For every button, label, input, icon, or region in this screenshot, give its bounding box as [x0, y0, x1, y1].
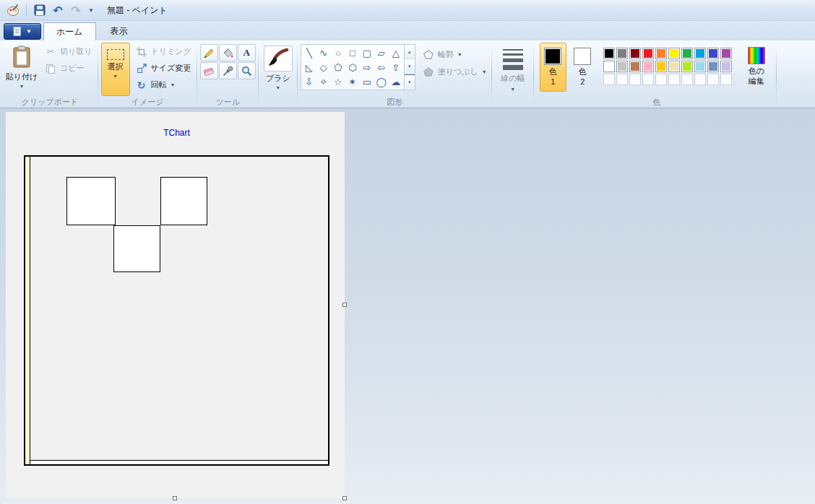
- canvas-resize-handle-right[interactable]: [342, 303, 347, 307]
- outline-button[interactable]: 輪郭 ▼: [421, 47, 489, 61]
- save-button[interactable]: [33, 3, 47, 17]
- shapes-grid: ╲∿○□▢▱△◺◇⬠⬡⇨⇦⇧⇩✧☆✶▭◯☁: [301, 44, 405, 90]
- palette-swatch[interactable]: [707, 48, 719, 59]
- shape-ellipse[interactable]: ○: [331, 45, 345, 60]
- pencil-tool-button[interactable]: [200, 44, 218, 61]
- shape-callout-oval[interactable]: ◯: [374, 74, 389, 89]
- shapes-more-button[interactable]: ▼: [405, 74, 415, 90]
- palette-swatch[interactable]: [694, 61, 706, 72]
- shape-arrow-left[interactable]: ⇦: [374, 60, 389, 74]
- group-label-clipboard: クリップボード: [4, 96, 95, 108]
- palette-swatch[interactable]: [668, 48, 680, 59]
- edit-colors-button[interactable]: 色の 編集: [739, 43, 774, 93]
- text-tool-icon: A: [243, 47, 250, 58]
- shape-arrow-up[interactable]: ⇧: [389, 60, 403, 74]
- eraser-tool-button[interactable]: [200, 62, 218, 79]
- tab-view[interactable]: 表示: [98, 22, 140, 40]
- palette-swatch[interactable]: [668, 61, 680, 72]
- rotate-button[interactable]: ↻ 回転 ▼: [133, 77, 194, 93]
- palette-swatch[interactable]: [616, 48, 628, 59]
- shape-polygon[interactable]: ▱: [374, 45, 389, 60]
- palette-swatch[interactable]: [616, 61, 628, 72]
- palette-swatch-empty[interactable]: [603, 74, 615, 85]
- palette-swatch[interactable]: [603, 61, 615, 72]
- line-width-button[interactable]: 線の幅 ▼: [495, 43, 531, 96]
- color2-button[interactable]: 色 2: [569, 43, 596, 92]
- palette-swatch[interactable]: [720, 48, 732, 59]
- palette-swatch-empty[interactable]: [629, 74, 641, 85]
- undo-button[interactable]: ↶: [51, 3, 65, 17]
- palette-swatch[interactable]: [655, 48, 667, 59]
- palette-swatch-empty[interactable]: [707, 74, 719, 85]
- canvas-resize-handle-corner[interactable]: [342, 496, 347, 500]
- palette-swatch-empty[interactable]: [720, 74, 732, 85]
- tab-home[interactable]: ホーム: [43, 22, 96, 40]
- palette-swatch[interactable]: [629, 61, 641, 72]
- redo-button[interactable]: ↷: [69, 3, 83, 17]
- text-tool-button[interactable]: A: [238, 44, 256, 61]
- ribbon-tabs: ▼ ホーム 表示: [0, 21, 815, 40]
- palette-swatch-empty[interactable]: [642, 74, 654, 85]
- palette-swatch[interactable]: [629, 48, 641, 59]
- shapes-scroll-down-button[interactable]: ▼: [405, 59, 415, 74]
- resize-icon: [136, 63, 147, 74]
- palette-swatch-empty[interactable]: [655, 74, 667, 85]
- palette-swatch-empty[interactable]: [681, 74, 693, 85]
- shape-star-5[interactable]: ☆: [331, 74, 345, 89]
- shape-line[interactable]: ╲: [302, 45, 316, 60]
- shape-rectangle[interactable]: □: [345, 45, 360, 60]
- shape-arrow-down[interactable]: ⇩: [302, 74, 316, 89]
- fill-tool-button[interactable]: [219, 44, 237, 61]
- palette-swatch[interactable]: [603, 48, 615, 59]
- eyedropper-icon: [223, 66, 233, 77]
- file-menu-dropdown-icon: ▼: [26, 28, 32, 35]
- palette-swatch[interactable]: [655, 61, 667, 72]
- group-clipboard: 貼り付け ▼ ✂ 切り取り: [1, 42, 98, 108]
- canvas[interactable]: TChart: [6, 112, 345, 498]
- cut-button[interactable]: ✂ 切り取り: [42, 43, 95, 60]
- app-icon[interactable]: [6, 3, 20, 17]
- rotate-dropdown-icon: ▼: [171, 82, 176, 87]
- shape-curve[interactable]: ∿: [316, 45, 331, 60]
- shape-hexagon[interactable]: ⬡: [345, 60, 360, 74]
- crop-button[interactable]: トリミング: [133, 43, 194, 60]
- resize-button[interactable]: サイズ変更: [133, 60, 194, 77]
- shape-star-6[interactable]: ✶: [345, 74, 360, 89]
- select-button[interactable]: 選択 ▼: [101, 43, 130, 96]
- outline-dropdown-icon: ▼: [457, 52, 462, 57]
- shape-triangle[interactable]: △: [389, 45, 403, 60]
- shape-fill-button[interactable]: 塗りつぶし ▼: [421, 64, 489, 79]
- color1-button[interactable]: 色 1: [540, 43, 566, 92]
- group-label-shapes: 図形: [301, 96, 489, 108]
- shape-fill-icon: [423, 66, 434, 77]
- palette-swatch-empty[interactable]: [616, 74, 628, 85]
- shape-callout-rounded[interactable]: ▭: [360, 74, 374, 89]
- chart-title: TChart: [24, 128, 329, 138]
- shape-right-triangle[interactable]: ◺: [302, 60, 316, 74]
- color-picker-tool-button[interactable]: [219, 62, 237, 79]
- crop-label: トリミング: [151, 46, 191, 57]
- shape-rounded-rectangle[interactable]: ▢: [360, 45, 374, 60]
- palette-swatch[interactable]: [642, 61, 654, 72]
- shape-pentagon[interactable]: ⬠: [331, 60, 345, 74]
- palette-swatch[interactable]: [681, 61, 693, 72]
- palette-swatch[interactable]: [694, 48, 706, 59]
- shape-diamond[interactable]: ◇: [316, 60, 331, 74]
- palette-swatch-empty[interactable]: [668, 74, 680, 85]
- palette-swatch[interactable]: [642, 48, 654, 59]
- file-menu-button[interactable]: ▼: [4, 23, 41, 40]
- paste-button[interactable]: 貼り付け ▼: [4, 43, 39, 96]
- palette-swatch[interactable]: [707, 61, 719, 72]
- canvas-resize-handle-bottom[interactable]: [173, 496, 177, 500]
- palette-swatch[interactable]: [681, 48, 693, 59]
- brush-button[interactable]: ブラシ ▼: [262, 43, 295, 108]
- customize-toolbar-dropdown[interactable]: ▼: [87, 3, 95, 17]
- magnifier-tool-button[interactable]: [238, 62, 256, 79]
- palette-swatch-empty[interactable]: [694, 74, 706, 85]
- shape-callout-cloud[interactable]: ☁: [389, 74, 403, 89]
- shape-arrow-right[interactable]: ⇨: [360, 60, 374, 74]
- palette-swatch[interactable]: [720, 61, 732, 72]
- shapes-scroll-up-button[interactable]: ▲: [405, 45, 415, 59]
- shape-star-4[interactable]: ✧: [316, 74, 331, 89]
- copy-button[interactable]: コピー: [42, 60, 95, 77]
